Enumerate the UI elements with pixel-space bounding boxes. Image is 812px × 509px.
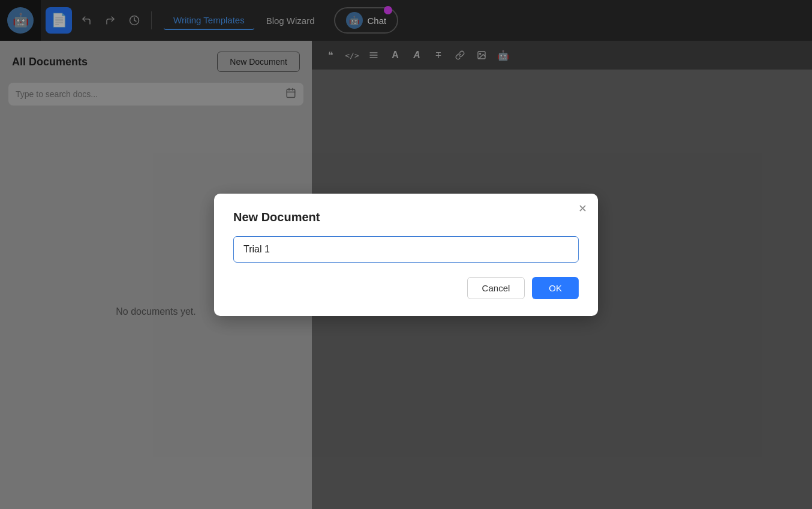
new-document-modal: ✕ New Document Cancel OK <box>214 194 598 316</box>
modal-title: New Document <box>233 210 579 224</box>
ok-button[interactable]: OK <box>532 277 579 299</box>
modal-actions: Cancel OK <box>233 277 579 299</box>
document-name-input[interactable] <box>233 236 579 263</box>
cancel-button[interactable]: Cancel <box>467 277 525 299</box>
modal-close-button[interactable]: ✕ <box>578 203 587 214</box>
modal-overlay[interactable]: ✕ New Document Cancel OK <box>0 0 812 509</box>
